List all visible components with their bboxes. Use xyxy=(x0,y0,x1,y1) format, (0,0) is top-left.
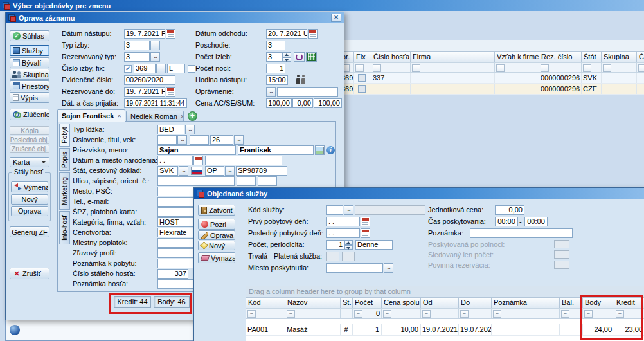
field-miesto-narodenia[interactable] xyxy=(205,156,282,165)
ellipsis-button[interactable]: ... xyxy=(150,41,160,50)
novy-button[interactable]: Nový xyxy=(11,194,48,205)
tab-close-icon[interactable]: ✕ xyxy=(117,113,121,119)
spin-down-icon[interactable] xyxy=(344,245,353,250)
field-ulica[interactable] xyxy=(157,176,235,186)
service-novy-button[interactable]: Nový xyxy=(198,241,235,250)
priestory-button[interactable]: Priestory xyxy=(10,80,49,91)
services-col-header[interactable]: Poznámka xyxy=(491,297,560,308)
field-datum-nastupu[interactable]: 19. 7.2021 Po xyxy=(124,29,165,39)
services-dialog-titlebar[interactable]: Objednané služby xyxy=(194,188,644,199)
orders-col-header[interactable]: Číslo hosťa xyxy=(371,51,411,62)
filter-operator-icon[interactable]: = xyxy=(583,64,591,72)
checkbox[interactable] xyxy=(188,65,195,73)
suhlas-button[interactable]: ✓ Súhlas xyxy=(10,30,49,41)
calendar-icon[interactable] xyxy=(193,156,203,165)
filter-operator-icon[interactable]: = xyxy=(603,64,611,72)
ellipsis-button[interactable]: ... xyxy=(384,263,393,273)
filter-cell[interactable]: = xyxy=(491,308,560,318)
close-icon[interactable]: ✕ xyxy=(331,14,341,22)
room-plan-button[interactable] xyxy=(306,52,317,62)
vymazat-button[interactable]: Vymazať xyxy=(198,252,235,263)
filter-operator-icon[interactable]: = xyxy=(355,64,364,72)
group-by-panel[interactable]: Drag a column header here to group by th… xyxy=(246,286,644,297)
ellipsis-button[interactable]: ... xyxy=(344,205,353,215)
services-col-header[interactable]: Bal. xyxy=(559,297,583,308)
field-stat[interactable]: SVK xyxy=(157,166,178,176)
filter-cell[interactable]: = xyxy=(614,308,644,318)
spin-up-icon[interactable] xyxy=(344,240,353,245)
filter-operator-icon[interactable]: = xyxy=(541,64,549,72)
field-meno[interactable]: Frantisek xyxy=(238,145,314,155)
field-pocet[interactable]: 1 xyxy=(326,240,344,250)
calendar-icon[interactable] xyxy=(166,87,175,97)
field-kod-sluzby[interactable] xyxy=(326,205,343,215)
byvali-button[interactable]: Bývalí xyxy=(10,57,49,68)
filter-cell[interactable]: =0 xyxy=(352,308,382,318)
table-row[interactable]: 369 337 0000000296 SVK xyxy=(339,73,644,84)
calendar-icon[interactable] xyxy=(166,29,175,39)
ellipsis-button[interactable]: ... xyxy=(185,125,195,134)
field-pocet-izieb[interactable]: 3 xyxy=(266,52,283,62)
filter-operator-icon[interactable]: = xyxy=(354,310,362,318)
field-izba-l[interactable]: L xyxy=(167,64,185,73)
filter-operator-icon[interactable]: = xyxy=(638,64,644,72)
tab-guest-2[interactable]: Nedlek Roman ✕ xyxy=(126,111,184,122)
add-guest-button[interactable]: + xyxy=(188,111,197,121)
services-col-header[interactable]: Kód xyxy=(246,297,285,308)
karta-button[interactable]: Karta xyxy=(10,157,49,167)
services-col-header[interactable]: St. xyxy=(340,297,353,308)
ellipsis-button[interactable]: ... xyxy=(225,166,235,176)
main-window-titlebar[interactable]: Výber objednávky pre zmenu xyxy=(0,0,644,11)
field-orientacne[interactable] xyxy=(258,176,277,186)
field-cas-do[interactable]: 00:00 xyxy=(524,217,548,226)
services-col-header[interactable]: Do xyxy=(458,297,492,308)
info-icon[interactable]: i xyxy=(326,146,335,154)
ellipsis-button[interactable]: ... xyxy=(156,64,166,73)
field-hodina-nastupu[interactable]: 15:00 xyxy=(266,75,288,85)
orders-col-header[interactable]: Firma xyxy=(410,51,495,62)
spin-up-icon[interactable] xyxy=(283,52,291,57)
field-miesto[interactable] xyxy=(326,263,383,273)
zrusit-button[interactable]: ✕ Zrušiť xyxy=(10,268,49,279)
vtab-popis[interactable]: Popis xyxy=(59,148,70,171)
filter-cell[interactable]: = xyxy=(539,62,582,73)
orders-col-header[interactable]: Fix xyxy=(353,51,371,62)
ellipsis-button[interactable]: ... xyxy=(179,166,188,176)
filter-cell[interactable]: = xyxy=(285,308,341,318)
photo-button[interactable] xyxy=(315,145,325,155)
calendar-icon[interactable] xyxy=(308,29,318,39)
generuj-zf-button[interactable]: Generuj ZF xyxy=(10,226,49,237)
services-col-header[interactable]: Kredit xyxy=(614,297,644,308)
filter-operator-icon[interactable]: = xyxy=(460,310,469,318)
table-row[interactable]: 369 0000000296 CZE xyxy=(339,84,644,95)
field-cena-se[interactable]: 0,00 xyxy=(292,98,313,108)
field-cena-sum[interactable]: 100,00 xyxy=(314,98,342,108)
field-opravnenie[interactable] xyxy=(277,87,338,97)
filter-cell[interactable]: = xyxy=(371,62,411,73)
ellipsis-button[interactable]: ... xyxy=(150,52,160,62)
calendar-icon[interactable] xyxy=(361,228,370,238)
tab-guest-1[interactable]: Sajan Frantisek ✕ xyxy=(57,109,125,122)
filter-operator-icon[interactable]: = xyxy=(616,310,624,318)
field-oslovenie[interactable] xyxy=(157,135,177,145)
filter-operator-icon[interactable]: = xyxy=(383,310,391,318)
field-prvy-den[interactable]: . . xyxy=(326,217,360,226)
field-priezvisko[interactable]: Sajan xyxy=(157,145,236,155)
spin-down-icon[interactable] xyxy=(283,57,291,62)
field-evidencne-cislo[interactable]: 00260/2020 xyxy=(124,75,175,85)
filter-cell[interactable]: = xyxy=(582,308,614,318)
skupina-button[interactable]: Skupina xyxy=(10,69,49,80)
spinner[interactable] xyxy=(344,240,353,250)
orders-col-header[interactable]: Č. xyxy=(636,51,644,62)
services-col-header[interactable]: Od xyxy=(420,297,459,308)
field-supisne[interactable] xyxy=(237,176,256,186)
service-oprava-button[interactable]: Oprava xyxy=(198,230,235,240)
sluzby-button[interactable]: Služby xyxy=(10,45,49,56)
field-poznamka[interactable] xyxy=(470,228,573,238)
filter-cell[interactable]: = xyxy=(601,62,637,73)
fix-checkbox[interactable]: ✓ xyxy=(124,65,132,73)
filter-operator-icon[interactable]: = xyxy=(561,310,569,318)
filter-cell[interactable]: = xyxy=(381,308,421,318)
filter-operator-icon[interactable]: = xyxy=(422,310,431,318)
field-cas-od[interactable]: 00:00 xyxy=(495,217,518,226)
